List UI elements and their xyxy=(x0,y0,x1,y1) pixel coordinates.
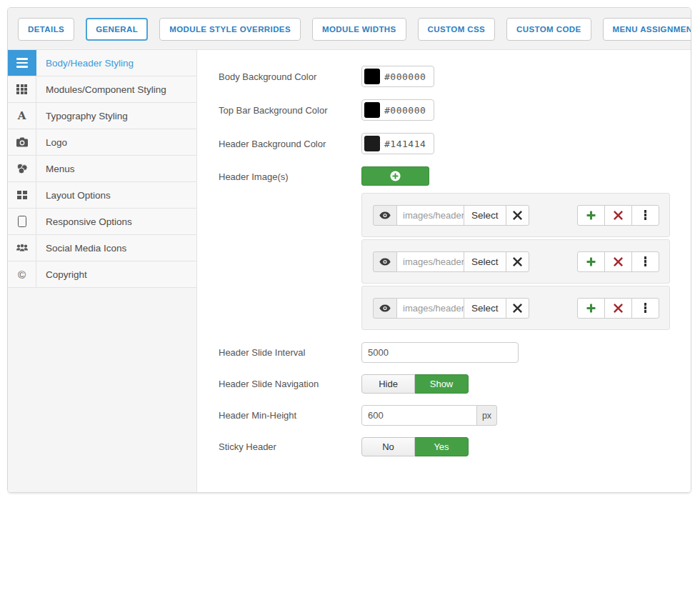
x-icon xyxy=(513,211,522,220)
x-icon xyxy=(614,211,623,220)
field-label: Header Slide Navigation xyxy=(219,379,361,389)
header-images-repeater: Select xyxy=(361,166,670,332)
tab-custom-code[interactable]: CUSTOM CODE xyxy=(506,18,591,41)
color-swatch xyxy=(364,69,380,84)
tab-module-widths[interactable]: MODULE WIDTHS xyxy=(312,18,406,41)
tab-general[interactable]: GENERAL xyxy=(86,18,148,41)
sidebar-item-menus[interactable]: Menus xyxy=(8,156,196,182)
image-path-input[interactable] xyxy=(397,205,464,226)
sticky-header-yes-option[interactable]: Yes xyxy=(415,437,469,456)
sidebar-item-label: Social Media Icons xyxy=(36,235,126,261)
sidebar-item-label: Responsive Options xyxy=(36,209,132,234)
row-actions xyxy=(577,251,659,272)
form-row-header-background-color: Header Background Color #141414 xyxy=(219,133,676,154)
sidebar-item-layout-options[interactable]: Layout Options xyxy=(8,182,196,209)
eye-icon[interactable] xyxy=(373,205,397,226)
select-image-button[interactable]: Select xyxy=(464,205,506,226)
header-image-row: Select xyxy=(361,193,670,237)
header-image-row: Select xyxy=(361,286,670,330)
sidebar-item-typography-styling[interactable]: A Typography Styling xyxy=(8,103,196,129)
sidebar-item-copyright[interactable]: © Copyright xyxy=(8,261,196,288)
sidebar-item-social-media-icons[interactable]: Social Media Icons xyxy=(8,235,196,261)
slide-interval-input[interactable] xyxy=(361,342,519,363)
form-row-header-images: Header Image(s) xyxy=(219,166,676,332)
sidebar-item-label: Menus xyxy=(36,156,75,181)
eye-icon[interactable] xyxy=(373,298,397,319)
settings-form: Body Background Color #000000 Top Bar Ba… xyxy=(197,50,691,492)
hex-value: #141414 xyxy=(384,139,426,149)
field-label: Top Bar Background Color xyxy=(219,105,361,116)
drag-handle-button[interactable] xyxy=(631,205,659,226)
x-icon xyxy=(513,257,522,266)
color-swatch xyxy=(364,102,380,118)
tab-module-style-overrides[interactable]: MODULE STYLE OVERRIDES xyxy=(159,18,301,41)
row-actions xyxy=(577,298,659,319)
remove-row-button[interactable] xyxy=(604,298,632,319)
form-row-sticky-header: Sticky Header No Yes xyxy=(219,437,676,456)
sidebar-item-label: Copyright xyxy=(36,261,87,287)
min-height-input[interactable] xyxy=(361,405,477,426)
settings-sidebar: Body/Header Styling Modules/Component St… xyxy=(8,50,197,492)
color-swatch xyxy=(364,136,380,151)
image-path-group: Select xyxy=(373,251,529,272)
x-icon xyxy=(614,257,623,266)
form-row-slide-interval: Header Slide Interval xyxy=(219,342,676,363)
plus-icon xyxy=(586,211,596,220)
field-label: Header Background Color xyxy=(219,139,361,149)
field-label: Header Image(s) xyxy=(219,166,361,182)
sidebar-item-logo[interactable]: Logo xyxy=(8,129,196,156)
hex-value: #000000 xyxy=(384,71,426,82)
clear-image-button[interactable] xyxy=(506,298,529,319)
field-label: Body Background Color xyxy=(219,71,361,82)
add-row-button[interactable] xyxy=(577,205,605,226)
sidebar-item-label: Logo xyxy=(36,129,67,155)
grid-icon xyxy=(8,76,36,102)
body-background-color-input[interactable]: #000000 xyxy=(361,66,434,87)
sidebar-item-body-header-styling[interactable]: Body/Header Styling xyxy=(8,50,196,76)
hex-value: #000000 xyxy=(384,105,426,116)
row-actions xyxy=(577,205,659,226)
select-image-button[interactable]: Select xyxy=(464,298,506,319)
add-row-button[interactable] xyxy=(577,251,605,272)
clear-image-button[interactable] xyxy=(506,205,529,226)
tab-menu-assignment[interactable]: MENU ASSIGNMENT xyxy=(603,18,691,41)
users-icon xyxy=(8,235,36,261)
sidebar-item-label: Typography Styling xyxy=(36,103,128,129)
header-image-row: Select xyxy=(361,239,670,284)
image-path-input[interactable] xyxy=(397,298,464,319)
drag-handle-button[interactable] xyxy=(631,298,659,319)
tab-custom-css[interactable]: CUSTOM CSS xyxy=(418,18,495,41)
unit-addon: px xyxy=(477,405,497,426)
plus-circle-icon xyxy=(390,171,401,181)
plus-icon xyxy=(586,257,596,266)
header-background-color-input[interactable]: #141414 xyxy=(361,133,434,154)
slide-navigation-show-option[interactable]: Show xyxy=(415,374,469,394)
x-icon xyxy=(614,304,623,313)
topbar-background-color-input[interactable]: #000000 xyxy=(361,99,434,121)
field-label: Sticky Header xyxy=(219,441,361,452)
template-settings-panel: DETAILS GENERAL MODULE STYLE OVERRIDES M… xyxy=(7,7,691,493)
sticky-header-no-option[interactable]: No xyxy=(361,437,415,456)
clear-image-button[interactable] xyxy=(506,251,529,272)
layout-grid-icon xyxy=(8,182,36,208)
remove-row-button[interactable] xyxy=(604,205,632,226)
sidebar-item-label: Layout Options xyxy=(36,182,111,208)
field-label: Header Min-Height xyxy=(219,410,361,421)
add-header-image-button[interactable] xyxy=(361,166,429,186)
remove-row-button[interactable] xyxy=(604,251,632,272)
vertical-dots-icon xyxy=(644,303,647,313)
slide-navigation-hide-option[interactable]: Hide xyxy=(361,374,415,394)
select-image-button[interactable]: Select xyxy=(464,251,506,272)
drag-handle-button[interactable] xyxy=(631,251,659,272)
sticky-header-toggle: No Yes xyxy=(361,437,469,456)
add-row-button[interactable] xyxy=(577,298,605,319)
eye-icon[interactable] xyxy=(373,251,397,272)
sidebar-item-modules-component-styling[interactable]: Modules/Component Styling xyxy=(8,76,196,103)
image-path-group: Select xyxy=(373,205,529,226)
field-label: Header Slide Interval xyxy=(219,347,361,358)
image-path-input[interactable] xyxy=(397,251,464,272)
copyright-icon: © xyxy=(8,261,36,287)
form-row-body-background-color: Body Background Color #000000 xyxy=(219,66,676,87)
sidebar-item-responsive-options[interactable]: Responsive Options xyxy=(8,209,196,235)
tab-details[interactable]: DETAILS xyxy=(18,18,74,41)
